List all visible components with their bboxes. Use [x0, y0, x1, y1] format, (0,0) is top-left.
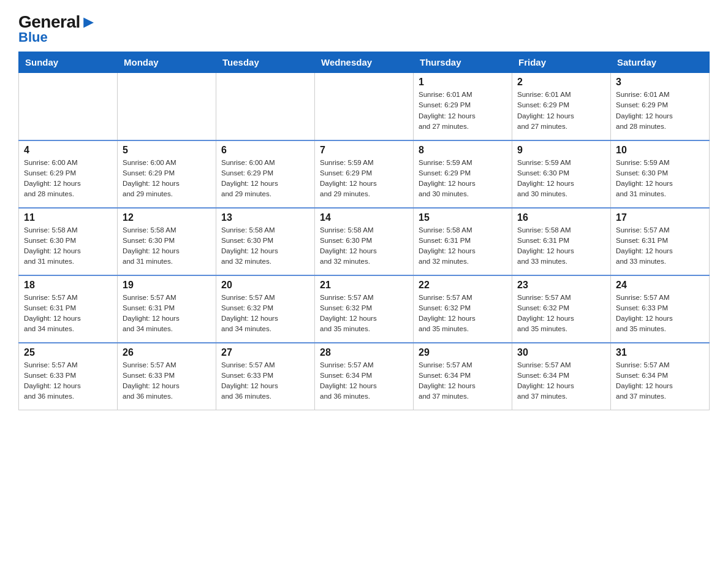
day-number: 23: [517, 280, 605, 291]
day-number: 9: [517, 145, 605, 156]
day-number: 28: [320, 347, 408, 358]
day-info: Sunrise: 5:59 AMSunset: 6:30 PMDaylight:…: [616, 158, 704, 200]
calendar-cell: 14Sunrise: 5:58 AMSunset: 6:30 PMDayligh…: [315, 208, 414, 275]
calendar-cell: 16Sunrise: 5:58 AMSunset: 6:31 PMDayligh…: [512, 208, 611, 275]
day-info: Sunrise: 5:59 AMSunset: 6:29 PMDaylight:…: [320, 158, 408, 200]
day-number: 8: [419, 145, 507, 156]
day-info: Sunrise: 5:57 AMSunset: 6:33 PMDaylight:…: [123, 360, 211, 402]
calendar-cell: 1Sunrise: 6:01 AMSunset: 6:29 PMDaylight…: [414, 73, 512, 140]
day-number: 30: [517, 347, 605, 358]
calendar-cell: 18Sunrise: 5:57 AMSunset: 6:31 PMDayligh…: [19, 275, 118, 343]
day-info: Sunrise: 5:57 AMSunset: 6:34 PMDaylight:…: [419, 360, 507, 402]
day-number: 27: [221, 347, 309, 358]
calendar-cell: 31Sunrise: 5:57 AMSunset: 6:34 PMDayligh…: [611, 343, 710, 410]
calendar-cell: 20Sunrise: 5:57 AMSunset: 6:32 PMDayligh…: [216, 275, 315, 343]
calendar-cell: 13Sunrise: 5:58 AMSunset: 6:30 PMDayligh…: [216, 208, 315, 275]
calendar-cell: 2Sunrise: 6:01 AMSunset: 6:29 PMDaylight…: [512, 73, 611, 140]
calendar-cell: 22Sunrise: 5:57 AMSunset: 6:32 PMDayligh…: [414, 275, 512, 343]
calendar-cell: 7Sunrise: 5:59 AMSunset: 6:29 PMDaylight…: [315, 140, 414, 208]
logo: General► Blue: [18, 12, 97, 45]
day-info: Sunrise: 5:58 AMSunset: 6:30 PMDaylight:…: [221, 225, 309, 267]
day-number: 25: [24, 347, 112, 358]
day-info: Sunrise: 5:57 AMSunset: 6:34 PMDaylight:…: [517, 360, 605, 402]
day-number: 24: [616, 280, 704, 291]
logo-blue: Blue: [18, 29, 48, 45]
col-header-thursday: Thursday: [414, 52, 512, 73]
col-header-sunday: Sunday: [19, 52, 118, 73]
calendar-header-row: SundayMondayTuesdayWednesdayThursdayFrid…: [19, 52, 710, 73]
day-number: 10: [616, 145, 704, 156]
day-number: 15: [419, 212, 507, 223]
calendar-cell: 12Sunrise: 5:58 AMSunset: 6:30 PMDayligh…: [118, 208, 216, 275]
day-info: Sunrise: 5:59 AMSunset: 6:29 PMDaylight:…: [419, 158, 507, 200]
calendar-cell: 26Sunrise: 5:57 AMSunset: 6:33 PMDayligh…: [118, 343, 216, 410]
calendar-cell: 19Sunrise: 5:57 AMSunset: 6:31 PMDayligh…: [118, 275, 216, 343]
col-header-friday: Friday: [512, 52, 611, 73]
day-info: Sunrise: 5:57 AMSunset: 6:32 PMDaylight:…: [419, 293, 507, 335]
calendar-cell: 21Sunrise: 5:57 AMSunset: 6:32 PMDayligh…: [315, 275, 414, 343]
calendar-cell: 25Sunrise: 5:57 AMSunset: 6:33 PMDayligh…: [19, 343, 118, 410]
col-header-monday: Monday: [118, 52, 216, 73]
calendar-cell: [216, 73, 315, 140]
day-info: Sunrise: 5:58 AMSunset: 6:31 PMDaylight:…: [419, 225, 507, 267]
day-number: 12: [123, 212, 211, 223]
logo-arrow: ►: [80, 12, 97, 31]
day-info: Sunrise: 5:57 AMSunset: 6:31 PMDaylight:…: [24, 293, 112, 335]
day-number: 18: [24, 280, 112, 291]
day-number: 6: [221, 145, 309, 156]
calendar-cell: 10Sunrise: 5:59 AMSunset: 6:30 PMDayligh…: [611, 140, 710, 208]
calendar-week-row: 1Sunrise: 6:01 AMSunset: 6:29 PMDaylight…: [19, 73, 710, 140]
calendar-cell: 6Sunrise: 6:00 AMSunset: 6:29 PMDaylight…: [216, 140, 315, 208]
day-info: Sunrise: 5:58 AMSunset: 6:30 PMDaylight:…: [24, 225, 112, 267]
day-info: Sunrise: 5:57 AMSunset: 6:32 PMDaylight:…: [320, 293, 408, 335]
day-number: 7: [320, 145, 408, 156]
day-number: 1: [419, 77, 507, 88]
day-number: 19: [123, 280, 211, 291]
calendar-cell: [118, 73, 216, 140]
day-info: Sunrise: 6:00 AMSunset: 6:29 PMDaylight:…: [24, 158, 112, 200]
day-number: 3: [616, 77, 704, 88]
day-number: 4: [24, 145, 112, 156]
day-number: 31: [616, 347, 704, 358]
day-number: 26: [123, 347, 211, 358]
calendar-cell: 30Sunrise: 5:57 AMSunset: 6:34 PMDayligh…: [512, 343, 611, 410]
calendar-cell: 23Sunrise: 5:57 AMSunset: 6:32 PMDayligh…: [512, 275, 611, 343]
col-header-saturday: Saturday: [611, 52, 710, 73]
day-info: Sunrise: 6:00 AMSunset: 6:29 PMDaylight:…: [123, 158, 211, 200]
col-header-wednesday: Wednesday: [315, 52, 414, 73]
day-info: Sunrise: 5:57 AMSunset: 6:33 PMDaylight:…: [24, 360, 112, 402]
calendar-cell: 29Sunrise: 5:57 AMSunset: 6:34 PMDayligh…: [414, 343, 512, 410]
day-number: 22: [419, 280, 507, 291]
day-info: Sunrise: 6:01 AMSunset: 6:29 PMDaylight:…: [419, 90, 507, 132]
day-info: Sunrise: 5:59 AMSunset: 6:30 PMDaylight:…: [517, 158, 605, 200]
calendar-cell: 24Sunrise: 5:57 AMSunset: 6:33 PMDayligh…: [611, 275, 710, 343]
calendar-week-row: 25Sunrise: 5:57 AMSunset: 6:33 PMDayligh…: [19, 343, 710, 410]
calendar-week-row: 11Sunrise: 5:58 AMSunset: 6:30 PMDayligh…: [19, 208, 710, 275]
day-info: Sunrise: 5:57 AMSunset: 6:31 PMDaylight:…: [616, 225, 704, 267]
day-info: Sunrise: 5:57 AMSunset: 6:34 PMDaylight:…: [320, 360, 408, 402]
day-number: 11: [24, 212, 112, 223]
day-number: 13: [221, 212, 309, 223]
calendar-week-row: 4Sunrise: 6:00 AMSunset: 6:29 PMDaylight…: [19, 140, 710, 208]
day-number: 29: [419, 347, 507, 358]
calendar-cell: 27Sunrise: 5:57 AMSunset: 6:33 PMDayligh…: [216, 343, 315, 410]
day-info: Sunrise: 5:57 AMSunset: 6:33 PMDaylight:…: [616, 293, 704, 335]
day-info: Sunrise: 5:57 AMSunset: 6:34 PMDaylight:…: [616, 360, 704, 402]
calendar-week-row: 18Sunrise: 5:57 AMSunset: 6:31 PMDayligh…: [19, 275, 710, 343]
day-info: Sunrise: 5:58 AMSunset: 6:31 PMDaylight:…: [517, 225, 605, 267]
day-info: Sunrise: 6:01 AMSunset: 6:29 PMDaylight:…: [616, 90, 704, 132]
calendar-cell: 8Sunrise: 5:59 AMSunset: 6:29 PMDaylight…: [414, 140, 512, 208]
calendar-cell: [315, 73, 414, 140]
calendar-cell: 17Sunrise: 5:57 AMSunset: 6:31 PMDayligh…: [611, 208, 710, 275]
calendar-table: SundayMondayTuesdayWednesdayThursdayFrid…: [18, 52, 710, 410]
calendar-cell: 11Sunrise: 5:58 AMSunset: 6:30 PMDayligh…: [19, 208, 118, 275]
calendar-cell: [19, 73, 118, 140]
day-number: 16: [517, 212, 605, 223]
day-info: Sunrise: 6:01 AMSunset: 6:29 PMDaylight:…: [517, 90, 605, 132]
col-header-tuesday: Tuesday: [216, 52, 315, 73]
page-header: General► Blue: [18, 12, 710, 45]
day-info: Sunrise: 5:57 AMSunset: 6:32 PMDaylight:…: [517, 293, 605, 335]
calendar-cell: 4Sunrise: 6:00 AMSunset: 6:29 PMDaylight…: [19, 140, 118, 208]
day-number: 21: [320, 280, 408, 291]
calendar-cell: 9Sunrise: 5:59 AMSunset: 6:30 PMDaylight…: [512, 140, 611, 208]
